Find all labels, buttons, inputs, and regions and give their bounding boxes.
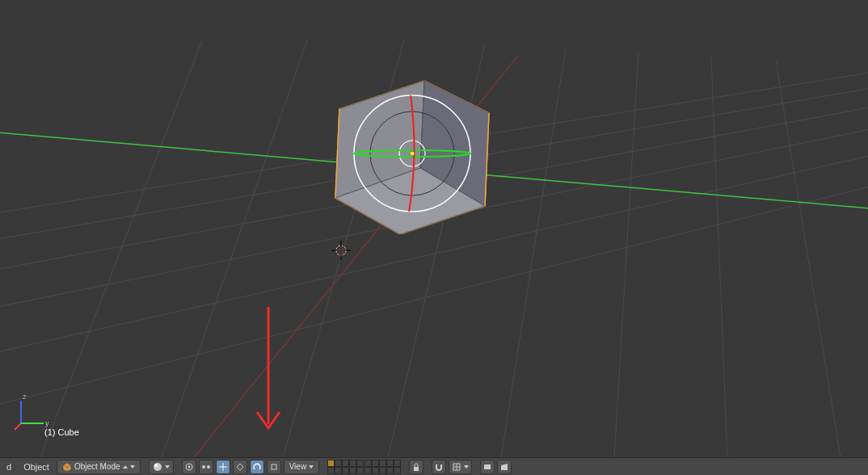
layer-button[interactable] — [394, 460, 401, 467]
svg-line-0 — [0, 162, 868, 444]
layer-button[interactable] — [379, 460, 386, 467]
manip-scale[interactable] — [267, 460, 281, 474]
svg-point-45 — [154, 464, 158, 467]
layer-button[interactable] — [349, 467, 356, 474]
layer-button[interactable] — [364, 467, 372, 474]
viewport-3d[interactable]: z y (1) Cube — [0, 0, 868, 457]
layer-button[interactable] — [342, 460, 349, 467]
snap-element[interactable] — [449, 460, 472, 474]
menu-object[interactable]: Object — [19, 462, 54, 472]
layers-widget[interactable] — [327, 460, 401, 474]
svg-rect-52 — [272, 464, 276, 469]
pivot-icon — [184, 462, 194, 472]
align-icon — [201, 462, 211, 472]
layer-button[interactable] — [386, 467, 394, 474]
layer-button[interactable] — [327, 467, 335, 474]
dropdown-icon — [464, 465, 469, 469]
cube-icon — [62, 462, 72, 472]
svg-line-4 — [0, 71, 868, 267]
svg-line-14 — [0, 129, 868, 210]
snap-toggle[interactable] — [432, 460, 446, 474]
svg-marker-59 — [501, 464, 508, 466]
scale-icon — [269, 462, 279, 472]
svg-line-7 — [162, 40, 307, 457]
svg-line-5 — [0, 57, 868, 238]
grid-icon — [452, 462, 461, 472]
mode-label: Object Mode — [74, 462, 120, 471]
svg-line-13 — [776, 61, 841, 457]
layer-button[interactable] — [335, 467, 342, 474]
dropdown-icon — [130, 465, 135, 469]
orientation-label: View — [289, 462, 307, 471]
transform-orientation[interactable]: View — [284, 460, 320, 474]
layer-button[interactable] — [386, 460, 394, 467]
truncated-menu[interactable]: d — [2, 462, 16, 472]
svg-line-8 — [283, 40, 404, 457]
layer-button[interactable] — [335, 460, 342, 467]
viewport-header: d Object Object Mode View — [0, 457, 868, 475]
magnet-icon — [434, 462, 444, 472]
svg-rect-57 — [484, 464, 491, 469]
svg-point-49 — [207, 465, 210, 469]
layer-button[interactable] — [372, 467, 379, 474]
lock-camera[interactable] — [409, 460, 423, 474]
arrow-icon — [235, 462, 245, 472]
layer-button[interactable] — [372, 460, 379, 467]
svg-line-12 — [711, 57, 727, 457]
manip-rotate[interactable] — [250, 460, 264, 474]
svg-rect-53 — [414, 467, 419, 471]
manipulator-icon — [218, 462, 228, 472]
rotate-icon — [252, 462, 262, 472]
svg-point-44 — [154, 463, 162, 471]
layer-button[interactable] — [349, 460, 356, 467]
render-button[interactable] — [480, 460, 495, 474]
clapper-icon — [499, 462, 509, 472]
pivot-align[interactable] — [199, 460, 213, 474]
layer-button[interactable] — [356, 460, 364, 467]
layer-button[interactable] — [379, 467, 386, 474]
svg-line-6 — [40, 40, 202, 457]
dropdown-icon — [309, 465, 314, 469]
sphere-icon — [153, 462, 162, 472]
svg-text:z: z — [23, 393, 27, 401]
svg-point-47 — [188, 465, 190, 468]
svg-rect-58 — [501, 466, 508, 470]
floor-grid — [0, 0, 868, 457]
render-anim-button[interactable] — [497, 460, 512, 474]
shading-mode[interactable] — [149, 460, 174, 474]
layer-button[interactable] — [342, 467, 349, 474]
svg-line-10 — [501, 48, 566, 457]
pivot-point[interactable] — [182, 460, 196, 474]
layer-button[interactable] — [356, 467, 364, 474]
layer-button[interactable] — [394, 467, 401, 474]
svg-text:y: y — [45, 419, 49, 427]
svg-point-48 — [202, 465, 205, 469]
axis-indicator: z y — [13, 391, 53, 431]
svg-line-37 — [15, 423, 21, 430]
layer-button[interactable] — [327, 460, 335, 467]
dropdown-icon — [165, 465, 170, 469]
layer-button[interactable] — [364, 460, 372, 467]
dropdown-icon — [123, 465, 128, 469]
manipulator-toggle[interactable] — [216, 460, 230, 474]
manip-translate[interactable] — [233, 460, 247, 474]
render-icon — [482, 462, 492, 472]
svg-line-9 — [388, 44, 485, 457]
active-object-label: (1) Cube — [44, 427, 79, 437]
lock-icon — [411, 462, 421, 472]
mode-selector[interactable]: Object Mode — [57, 460, 141, 474]
svg-line-3 — [0, 89, 868, 299]
